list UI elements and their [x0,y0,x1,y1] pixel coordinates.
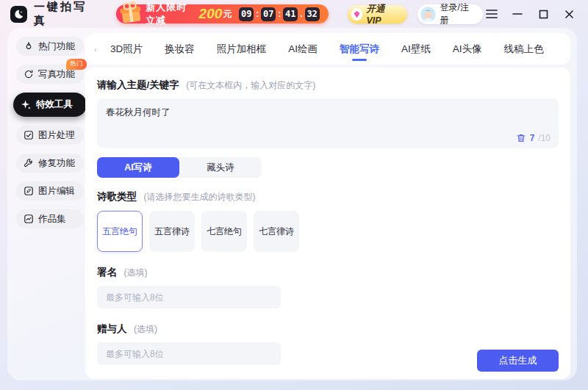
countdown-centiseconds: 32 [305,7,320,21]
tab-label: AI绘画 [288,43,318,54]
type-qiyan-lvshi[interactable]: 七言律诗 [254,211,299,252]
recipient-hint: (选填) [134,324,157,334]
mode-acrostic-button[interactable]: 藏头诗 [179,157,262,178]
sidebar-item-image-editing[interactable]: 图片编辑 [16,181,84,201]
active-tab-underline [352,59,367,61]
topic-label: 请输入主题/关键字 [97,79,179,90]
app-logo [10,6,27,23]
window-controls [483,5,581,23]
sidebar-item-effects-tools[interactable]: 特效工具 [13,93,87,117]
vip-gem-icon [351,8,363,21]
sparkle-icon [21,99,32,110]
generate-button[interactable]: 点击生成 [477,350,559,372]
mode-ai-poem-button[interactable]: AI写诗 [97,157,179,178]
signature-label-row: 署名 (选填) [97,265,559,279]
recipient-input[interactable] [97,342,281,365]
sidebar-item-label: 作品集 [38,213,66,225]
tab-3d-photo[interactable]: 3D照片 [110,34,143,65]
image-check-icon [24,130,34,140]
tab-label: 换妆容 [165,43,195,54]
tab-label: 3D照片 [110,43,143,54]
chart-square-icon [24,214,34,224]
signature-label: 署名 [97,267,117,278]
sidebar-item-portfolio[interactable]: 作品集 [16,209,84,228]
poetry-form: 请输入主题/关键字 (可在文本框内，输入对应的文字) 春花秋月何时了 7/10 … [85,68,570,379]
topic-hint: (可在文本框内，输入对应的文字) [186,80,315,90]
minimize-icon[interactable] [509,5,526,23]
recipient-label-row: 赠与人 (选填) [97,322,559,336]
countdown-hours: 09 [239,7,254,21]
sidebar-item-label: 热门功能 [38,40,75,53]
sidebar-item-label: 图片编辑 [38,185,75,198]
sidebar-item-repair-functions[interactable]: 修复功能 [16,154,84,173]
mode-segment: AI写诗 藏头诗 [97,157,262,178]
menu-icon[interactable] [483,5,501,23]
login-button[interactable]: 登录/注册 [417,4,483,24]
vip-button[interactable]: 开通VIP [348,5,407,24]
recipient-label: 赠与人 [97,323,127,334]
topic-meta: 7/10 [516,133,551,143]
chevron-left-icon[interactable]: ‹ [94,45,104,54]
app-title: 一键拍写真 [34,0,96,28]
titlebar: 一键拍写真 新人限时立减 200 元 09 : 07 : 41 . 32 开通V… [0,0,588,28]
sidebar-item-image-processing[interactable]: 图片处理 [16,126,84,145]
maximize-icon[interactable] [534,5,552,23]
sidebar-item-label: 修复功能 [38,157,75,170]
sidebar-item-portrait-functions[interactable]: 写真功能 热门 [16,65,84,84]
tabs: 3D照片 换妆容 照片加相框 AI绘画 智能写诗 AI壁纸 AI头像 线稿上色 [104,34,544,65]
sidebar-item-label: 特效工具 [36,98,73,111]
tab-label: AI壁纸 [401,43,431,54]
topic-input[interactable]: 春花秋月何时了 [97,98,559,148]
type-label-row: 诗歌类型 (请选择您要生成的诗歌类型) [97,189,559,203]
tab-label: 智能写诗 [340,43,379,54]
countdown-separator: . [300,9,302,19]
tab-ai-painting[interactable]: AI绘画 [288,34,318,65]
tab-label: 线稿上色 [504,43,544,54]
tab-label: AI头像 [453,43,482,54]
char-counter-current: 7 [530,133,535,143]
hot-badge: 热门 [66,59,87,70]
wrench-icon [24,158,34,168]
type-hint: (请选择您要生成的诗歌类型) [143,192,255,202]
char-counter-max: /10 [538,133,551,143]
topic-label-row: 请输入主题/关键字 (可在文本框内，输入对应的文字) [97,78,559,92]
tab-photo-frame[interactable]: 照片加相框 [217,34,267,65]
countdown-minutes: 07 [261,7,276,21]
type-options: 五言绝句 五言律诗 七言绝句 七言律诗 [97,211,559,252]
vip-label: 开通VIP [366,3,397,26]
sidebar-item-label: 图片处理 [38,129,75,142]
type-wuyan-jueju[interactable]: 五言绝句 [97,211,143,252]
sidebar: 热门功能 写真功能 热门 特效工具 图片处理 [13,37,87,228]
type-qiyan-jueju[interactable]: 七言绝句 [201,211,247,252]
trash-icon[interactable] [516,133,526,143]
countdown-seconds: 41 [283,7,298,21]
promo-banner[interactable]: 新人限时立减 200 元 09 : 07 : 41 . 32 [116,4,328,24]
signature-hint: (选填) [123,267,147,278]
main-container: 热门功能 写真功能 热门 特效工具 图片处理 [7,28,577,380]
tab-bar: ‹ 3D照片 换妆容 照片加相框 AI绘画 智能写诗 AI壁纸 AI头像 线稿上… [85,33,570,65]
tab-ai-wallpaper[interactable]: AI壁纸 [401,34,431,65]
avatar [420,7,436,22]
gift-icon [116,0,146,27]
type-label: 诗歌类型 [97,191,137,202]
login-label: 登录/注册 [440,1,474,26]
crescent-moon-icon [13,9,24,20]
tab-makeup[interactable]: 换妆容 [165,34,195,65]
topic-textarea-box: 春花秋月何时了 7/10 [97,98,559,148]
tab-ai-poetry[interactable]: 智能写诗 [340,34,379,65]
signature-input[interactable] [97,286,281,308]
promo-unit: 元 [223,8,232,21]
type-wuyan-lvshi[interactable]: 五言律诗 [149,211,195,252]
refresh-icon [24,69,34,79]
sidebar-item-hot-functions[interactable]: 热门功能 [16,37,84,56]
tab-label: 照片加相框 [217,43,267,54]
countdown-separator: : [278,9,281,19]
flame-icon [24,41,34,51]
sidebar-item-label: 写真功能 [38,68,75,81]
countdown-separator: : [256,9,259,19]
tab-line-art-coloring[interactable]: 线稿上色 [504,34,544,65]
promo-amount: 200 [199,6,223,22]
pen-square-icon [24,186,34,196]
tab-ai-avatar[interactable]: AI头像 [453,34,482,65]
close-icon[interactable] [560,5,578,23]
